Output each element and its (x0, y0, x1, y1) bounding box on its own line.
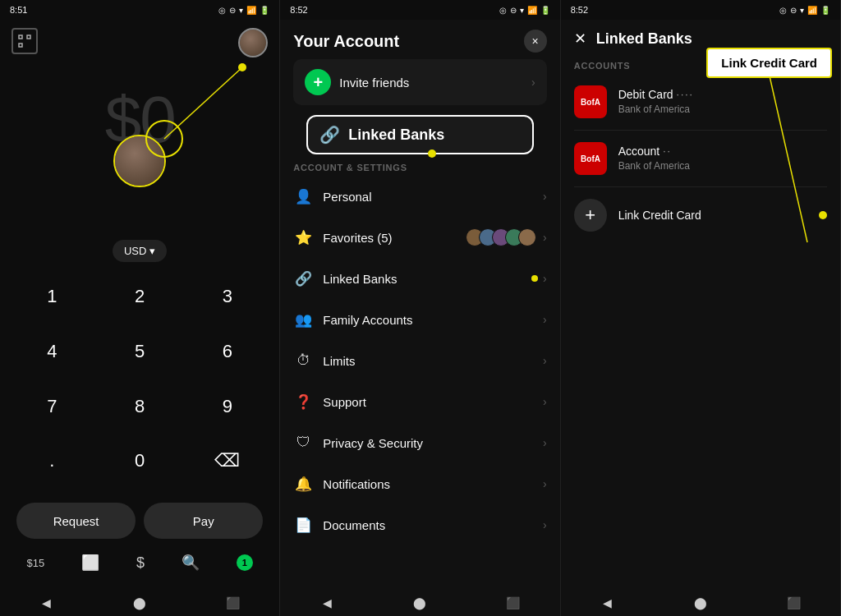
currency-selector[interactable]: USD ▾ (113, 240, 167, 262)
account-dots: ·· (663, 145, 672, 157)
system-nav-bar-2: ◀ ⬤ ⬛ (280, 590, 559, 616)
family-icon: 👥 (293, 310, 313, 329)
menu-item-limits[interactable]: ⏱ Limits › (280, 340, 559, 381)
account-type: Account (618, 145, 660, 158)
favorites-icon: ⭐ (293, 228, 313, 247)
numpad-0[interactable]: 0 (96, 439, 184, 482)
numpad-1[interactable]: 1 (8, 275, 96, 318)
panel2-header: Your Account × (280, 20, 559, 59)
personal-chevron: › (543, 190, 547, 203)
menu-item-documents[interactable]: 📄 Documents › (280, 504, 559, 545)
notifications-icon: 🔔 (293, 474, 313, 494)
status-time-2: 8:52 (290, 5, 307, 15)
link-cc-dot (819, 211, 827, 219)
fav-avatar-5 (518, 228, 536, 246)
documents-label: Documents (323, 518, 385, 532)
limits-chevron: › (543, 354, 547, 367)
scan-icon[interactable] (11, 28, 38, 54)
status-bar-3: 8:52 ◎ ⊖ ▾ 📶 🔋 (561, 0, 840, 20)
linked-banks-text: Linked Banks (348, 126, 444, 144)
menu-item-favorites[interactable]: ⭐ Favorites (5) › (280, 217, 559, 258)
nav-amount[interactable]: $15 (26, 557, 44, 569)
recent-button-3[interactable]: ⬛ (785, 595, 802, 611)
pay-button[interactable]: Pay (144, 503, 263, 539)
linked-banks-chevron: › (543, 272, 547, 285)
debit-card-bank: Bank of America (618, 103, 690, 115)
debit-card-row[interactable]: BofA Debit Card ···· Bank of America (561, 74, 840, 130)
linked-banks-icon: 🔗 (319, 125, 340, 145)
panel-account: 8:52 ◎ ⊖ ▾ 📶 🔋 Your Account × + Invite f… (280, 0, 560, 616)
privacy-chevron: › (543, 436, 547, 449)
numpad-4[interactable]: 4 (8, 330, 96, 373)
profile-avatar-large (113, 135, 166, 187)
back-button-1[interactable]: ◀ (39, 595, 55, 611)
numpad-backspace[interactable]: ⌫ (184, 439, 272, 482)
privacy-icon: 🛡 (293, 433, 313, 453)
status-icons-1: ◎ ⊖ ▾ 📶 🔋 (218, 6, 269, 15)
notification-badge: 1 (237, 554, 253, 571)
invite-chevron: › (531, 76, 535, 89)
bottom-nav-bar: $15 ⬜ $ 🔍 1 (8, 547, 271, 582)
favorites-label: Favorites (5) (323, 231, 392, 245)
home-button-1[interactable]: ⬤ (131, 595, 148, 611)
nav-search[interactable]: 🔍 (182, 554, 200, 572)
back-button-3[interactable]: ◀ (599, 595, 615, 611)
limits-icon: ⏱ (293, 351, 313, 370)
menu-item-support[interactable]: ❓ Support › (280, 381, 559, 422)
numpad-7[interactable]: 7 (8, 385, 96, 428)
numpad-3[interactable]: 3 (184, 275, 272, 318)
numpad-dot[interactable]: . (8, 439, 96, 482)
linked-banks-menu-icon: 🔗 (293, 269, 313, 288)
numpad-5[interactable]: 5 (96, 330, 184, 373)
panel-linked-banks: 8:52 ◎ ⊖ ▾ 📶 🔋 ✕ Linked Banks Link Credi… (561, 0, 841, 616)
back-button-2[interactable]: ◀ (319, 595, 335, 611)
dollar-icon: $ (136, 554, 145, 572)
link-credit-card-row[interactable]: + Link Credit Card (561, 187, 840, 243)
menu-item-linked-banks[interactable]: 🔗 Linked Banks › (280, 258, 559, 299)
home-button-3[interactable]: ⬤ (692, 595, 709, 611)
nav-dollar[interactable]: $ (136, 554, 145, 572)
boa-account-icon: BofA (574, 142, 607, 175)
favorites-avatars (466, 228, 536, 246)
svg-point-1 (238, 63, 246, 71)
action-buttons: Request Pay (8, 494, 271, 547)
notifications-chevron: › (543, 477, 547, 490)
menu-item-notifications[interactable]: 🔔 Notifications › (280, 463, 559, 504)
link-credit-card-label: Link Credit Card (618, 209, 701, 222)
back-x-button[interactable]: ✕ (574, 30, 586, 48)
menu-list: 👤 Personal › ⭐ Favorites (5) › (280, 176, 559, 590)
linked-banks-dot (531, 275, 538, 282)
invite-plus-icon: + (305, 69, 331, 95)
numpad-9[interactable]: 9 (184, 385, 272, 428)
nav-amount-value: $15 (26, 557, 44, 569)
profile-avatar-small[interactable] (238, 28, 268, 57)
linked-banks-highlighted[interactable]: 🔗 Linked Banks (306, 115, 533, 154)
recent-button-1[interactable]: ⬛ (225, 595, 241, 611)
support-label: Support (323, 395, 366, 409)
menu-item-personal[interactable]: 👤 Personal › (280, 176, 559, 217)
numpad: 1 2 3 4 5 6 7 8 9 . 0 ⌫ (8, 275, 271, 494)
svg-text:BofA: BofA (581, 154, 600, 163)
numpad-2[interactable]: 2 (96, 275, 184, 318)
limits-label: Limits (323, 354, 355, 368)
account-settings-label: ACCOUNT & SETTINGS (280, 154, 559, 176)
menu-item-privacy[interactable]: 🛡 Privacy & Security › (280, 422, 559, 463)
favorites-chevron: › (543, 231, 547, 244)
notifications-label: Notifications (323, 477, 390, 491)
nav-notification[interactable]: 1 (237, 554, 253, 571)
account-bank: Bank of America (618, 160, 690, 172)
nav-activity[interactable]: ⬜ (81, 554, 99, 572)
recent-button-2[interactable]: ⬛ (505, 595, 522, 611)
status-bar-1: 8:51 ◎ ⊖ ▾ 📶 🔋 (0, 0, 279, 20)
home-button-2[interactable]: ⬤ (411, 595, 428, 611)
invite-friends-row[interactable]: + Invite friends › (293, 59, 546, 105)
privacy-label: Privacy & Security (323, 436, 423, 450)
numpad-6[interactable]: 6 (184, 330, 272, 373)
search-icon: 🔍 (182, 554, 200, 572)
close-button[interactable]: × (524, 30, 547, 53)
numpad-8[interactable]: 8 (96, 385, 184, 428)
request-button[interactable]: Request (16, 503, 136, 539)
debit-card-dots: ···· (677, 89, 694, 100)
account-row[interactable]: BofA Account ·· Bank of America (561, 131, 840, 186)
menu-item-family[interactable]: 👥 Family Accounts › (280, 299, 559, 340)
